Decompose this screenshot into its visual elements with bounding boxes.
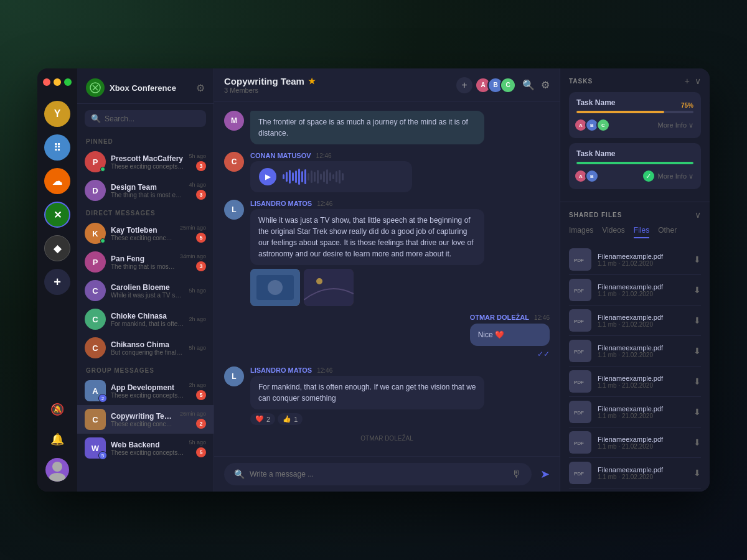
- contact-name: Design Team: [111, 183, 184, 192]
- task-footer: A B ✓ More Info ∨: [576, 169, 693, 183]
- download-icon[interactable]: ⬇: [693, 437, 701, 447]
- settings-chat-button[interactable]: ⚙: [541, 79, 550, 91]
- contact-time: 26min ago: [180, 411, 206, 417]
- reaction-heart[interactable]: ❤️ 2: [250, 413, 275, 425]
- file-item: PDF Filenameexample.pdf 1.1 mb · 21.02.2…: [569, 336, 701, 366]
- list-item[interactable]: D Design Team The thing that is most exc…: [77, 176, 214, 205]
- group-member-count: 5: [98, 451, 107, 460]
- tab-files[interactable]: Files: [634, 226, 649, 238]
- message-input[interactable]: [250, 470, 507, 478]
- task-progress-fill: [576, 162, 693, 164]
- message-sender: LISANDRO MATOS 12:46: [250, 200, 484, 207]
- tab-videos[interactable]: Videos: [602, 226, 624, 238]
- message-sender: LISANDRO MATOS 12:46: [250, 366, 484, 374]
- file-meta: 1.1 mb · 21.02.2020: [598, 382, 687, 389]
- file-info: Filenameexample.pdf 1.1 mb · 21.02.2020: [598, 436, 687, 450]
- unread-badge: 3: [196, 161, 206, 171]
- download-icon[interactable]: ⬇: [693, 376, 701, 386]
- chat-header-actions: + A B C 🔍 ⚙: [456, 77, 550, 93]
- contact-preview: The thing that is most exciting...: [111, 263, 175, 270]
- workspace-y[interactable]: Y: [44, 101, 70, 127]
- file-item: PDF Filenameexample.pdf 1.1 mb · 21.02.2…: [569, 245, 701, 275]
- group-label: GROUP MESSAGES: [77, 362, 214, 376]
- chat-image: [304, 269, 354, 306]
- workspace-soundcloud[interactable]: ☁: [44, 168, 70, 194]
- expand-tasks-icon[interactable]: ∨: [695, 76, 701, 86]
- file-info: Filenameexample.pdf 1.1 mb · 21.02.2020: [598, 405, 687, 419]
- file-item: PDF Filenameexample.pdf 1.1 mb · 21.02.2…: [569, 275, 701, 306]
- svg-text:PDF: PDF: [574, 288, 584, 294]
- contact-time: 2h ago: [189, 316, 206, 322]
- list-item[interactable]: C Chioke Chinasa For mankind, that is of…: [77, 305, 214, 334]
- avatar: C: [85, 337, 106, 358]
- search-bar: 🔍: [85, 110, 206, 127]
- add-member-button[interactable]: +: [456, 77, 472, 93]
- user-avatar[interactable]: [45, 458, 69, 482]
- download-icon[interactable]: ⬇: [693, 254, 701, 264]
- unread-badge: 5: [196, 447, 206, 457]
- contact-time: 5h ago: [189, 439, 206, 446]
- list-item[interactable]: C Chikanso Chima But conquering the fina…: [77, 334, 214, 362]
- list-item[interactable]: A 2 App Development These exciting conce…: [77, 376, 214, 405]
- contact-name: Kay Totleben: [111, 226, 175, 235]
- mic-icon[interactable]: 🎙: [512, 469, 522, 480]
- contact-meta: 4h ago 3: [189, 182, 206, 200]
- download-icon[interactable]: ⬇: [693, 315, 701, 325]
- workspace-xbox[interactable]: ✕: [44, 202, 70, 228]
- workspace-bb[interactable]: ◆: [44, 235, 70, 261]
- file-item: PDF Filenameexample.pdf 1.1 mb · 21.02.2…: [569, 458, 701, 488]
- contact-preview: But conquering the final frontier ...: [111, 349, 184, 356]
- search-chat-button[interactable]: 🔍: [522, 79, 535, 91]
- add-workspace-button[interactable]: +: [44, 269, 70, 295]
- task-name: Task Name: [576, 98, 693, 107]
- message-item: L LISANDRO MATOS 12:46 While it was just…: [224, 200, 484, 306]
- download-icon[interactable]: ⬇: [693, 285, 701, 295]
- contact-time: 2h ago: [189, 382, 206, 388]
- icon-bar: Y ⠿ ☁ ✕ ◆ + 🔕 🔔: [37, 68, 77, 492]
- tab-other[interactable]: Other: [658, 226, 677, 238]
- file-name: Filenameexample.pdf: [598, 253, 687, 260]
- unread-badge: 3: [196, 261, 206, 271]
- file-item: PDF Filenameexample.pdf 1.1 mb · 21.02.2…: [569, 366, 701, 397]
- notification-icon[interactable]: 🔔: [46, 428, 68, 450]
- reaction-thumbs[interactable]: 👍 1: [278, 413, 303, 425]
- settings-icon[interactable]: ⚙: [196, 82, 205, 94]
- chat-image: [250, 269, 300, 306]
- star-icon[interactable]: ★: [308, 77, 316, 86]
- chat-subtitle: 3 Members: [224, 86, 451, 94]
- avatar: C: [85, 309, 106, 330]
- add-task-icon[interactable]: +: [685, 76, 690, 86]
- task-avatar: B: [585, 169, 599, 183]
- more-info-button[interactable]: More Info ∨: [658, 172, 693, 180]
- file-info: Filenameexample.pdf 1.1 mb · 21.02.2020: [598, 375, 687, 389]
- search-input[interactable]: [105, 114, 200, 123]
- workspace-grid[interactable]: ⠿: [44, 134, 70, 161]
- message-input-box: 🔍 🎙: [224, 463, 532, 485]
- minimize-button[interactable]: [54, 78, 61, 86]
- download-icon[interactable]: ⬇: [693, 346, 701, 356]
- more-info-button[interactable]: More Info ∨: [658, 121, 693, 129]
- contact-time: 5h ago: [189, 153, 206, 159]
- list-item[interactable]: W 5 Web Backend These exciting concepts …: [77, 434, 214, 462]
- send-button[interactable]: ➤: [540, 467, 550, 481]
- file-name: Filenameexample.pdf: [598, 405, 687, 413]
- member-avatars: A B C: [479, 77, 516, 93]
- close-button[interactable]: [43, 78, 50, 86]
- list-item[interactable]: C Carolien Bloeme While it was just a TV…: [77, 276, 214, 305]
- mute-icon[interactable]: 🔕: [46, 398, 68, 421]
- download-icon[interactable]: ⬇: [693, 407, 701, 417]
- maximize-button[interactable]: [64, 78, 72, 86]
- list-item[interactable]: C Copywriting Team These exciting concep…: [77, 405, 214, 434]
- file-meta: 1.1 mb · 21.02.2020: [598, 474, 687, 480]
- sidebar-header-left: Xbox Conference: [86, 78, 176, 97]
- message-content: LISANDRO MATOS 12:46 While it was just a…: [250, 200, 484, 306]
- avatar: C: [85, 409, 106, 430]
- list-item[interactable]: K Kay Totleben These exciting concepts s…: [77, 219, 214, 248]
- expand-files-icon[interactable]: ∨: [695, 210, 701, 220]
- tab-images[interactable]: Images: [569, 226, 593, 238]
- list-item[interactable]: P Pan Feng The thing that is most exciti…: [77, 248, 214, 276]
- file-info: Filenameexample.pdf 1.1 mb · 21.02.2020: [598, 466, 687, 480]
- play-button[interactable]: ▶: [259, 168, 276, 185]
- download-icon[interactable]: ⬇: [693, 468, 701, 478]
- list-item[interactable]: P Prescott MacCaffery These exciting con…: [77, 147, 214, 176]
